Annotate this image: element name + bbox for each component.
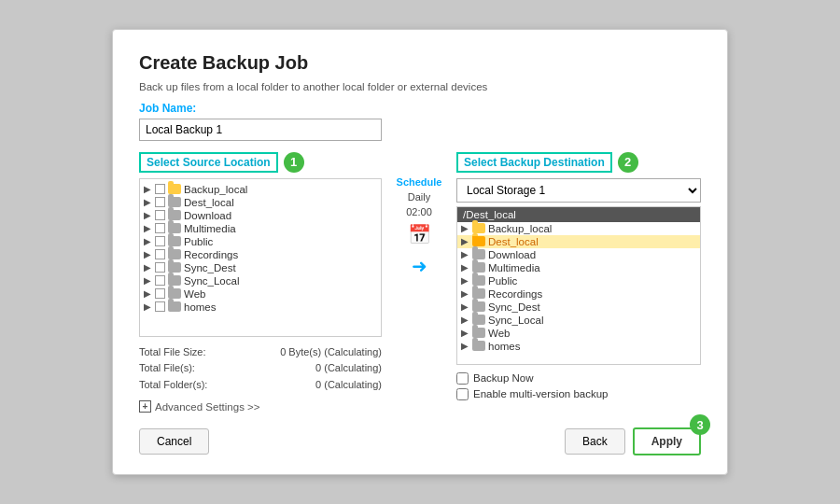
item-label: Web xyxy=(488,328,510,339)
list-item[interactable]: ▶ Public xyxy=(457,274,700,287)
item-label: homes xyxy=(184,301,217,313)
right-buttons: Back 3 Apply xyxy=(565,427,701,455)
dest-tree-header: /Dest_local xyxy=(457,207,700,222)
list-item[interactable]: ▶ Download xyxy=(457,248,700,261)
list-item[interactable]: ▶ Download xyxy=(144,209,377,222)
folder-icon xyxy=(472,249,485,259)
list-item[interactable]: ▶ homes xyxy=(144,301,377,314)
folder-icon xyxy=(168,223,181,233)
folder-icon xyxy=(472,236,485,246)
list-item[interactable]: ▶ Backup_local xyxy=(144,183,377,196)
list-item[interactable]: ▶ Recordings xyxy=(144,248,377,261)
list-item[interactable]: ▶ Sync_Local xyxy=(457,314,700,327)
item-checkbox[interactable] xyxy=(155,262,165,273)
list-item[interactable]: ▶ Recordings xyxy=(457,287,700,301)
apply-button-wrapper: 3 Apply xyxy=(633,427,701,455)
item-label: Sync_Local xyxy=(488,315,543,326)
item-label: Backup_local xyxy=(184,184,247,195)
item-label: Download xyxy=(184,210,231,221)
folders-row: Total Folder(s): 0 (Calculating) xyxy=(139,377,382,394)
item-checkbox[interactable] xyxy=(155,249,165,259)
source-file-tree[interactable]: ▶ Backup_local ▶ Dest_local ▶ Download xyxy=(139,178,382,337)
folder-icon xyxy=(168,288,181,299)
schedule-time: 02:00 xyxy=(406,206,432,217)
list-item[interactable]: ▶ Backup_local xyxy=(457,222,700,235)
multi-version-row: Enable multi-version backup xyxy=(456,388,701,400)
folder-icon xyxy=(168,210,181,220)
folder-icon xyxy=(168,236,181,246)
multi-version-checkbox[interactable] xyxy=(456,388,469,400)
expand-icon: ▶ xyxy=(144,210,153,220)
list-item[interactable]: ▶ Sync_Dest xyxy=(144,261,377,274)
list-item[interactable]: ▶ Dest_local xyxy=(144,196,377,209)
cancel-button[interactable]: Cancel xyxy=(139,428,209,455)
folders-value: 0 (Calculating) xyxy=(315,377,382,394)
item-checkbox[interactable] xyxy=(155,184,165,194)
expand-icon: ▶ xyxy=(461,288,470,299)
file-size-label: Total File Size: xyxy=(139,344,206,361)
dialog-description: Back up files from a local folder to ano… xyxy=(139,81,701,92)
folder-icon xyxy=(472,262,485,273)
list-item[interactable]: ▶ Dest_local xyxy=(457,235,700,248)
dest-location-dropdown[interactable]: Local Storage 1 Local Storage 2 xyxy=(456,178,701,203)
arrow-right-icon: ➜ xyxy=(412,255,427,277)
calendar-icon[interactable]: 📅 xyxy=(408,223,431,245)
folders-label: Total Folder(s): xyxy=(139,377,207,394)
advanced-settings-link[interactable]: + Advanced Settings >> xyxy=(139,400,382,413)
source-section-title: Select Source Location xyxy=(139,152,278,173)
expand-icon: ▶ xyxy=(461,315,470,325)
list-item[interactable]: ▶ Sync_Local xyxy=(144,274,377,287)
schedule-section: Schedule Daily 02:00 📅 ➜ xyxy=(382,152,456,277)
item-label: Sync_Dest xyxy=(488,301,540,313)
job-name-input[interactable] xyxy=(139,119,382,141)
item-checkbox[interactable] xyxy=(155,301,165,312)
expand-icon: ▶ xyxy=(144,249,153,259)
multi-version-label: Enable multi-version backup xyxy=(473,388,608,399)
expand-icon: ▶ xyxy=(461,262,470,273)
expand-icon: ▶ xyxy=(144,301,153,312)
expand-icon: ▶ xyxy=(461,236,470,246)
create-backup-dialog: Create Backup Job Back up files from a l… xyxy=(112,29,728,476)
dialog-title: Create Backup Job xyxy=(139,52,701,74)
folder-icon xyxy=(472,223,485,233)
folder-icon xyxy=(168,301,181,312)
folder-icon xyxy=(472,315,485,325)
list-item[interactable]: ▶ Public xyxy=(144,235,377,248)
expand-icon: ▶ xyxy=(144,184,153,194)
list-item[interactable]: ▶ Sync_Dest xyxy=(457,301,700,314)
source-section: Select Source Location 1 ▶ Backup_local … xyxy=(139,152,382,413)
expand-icon: ▶ xyxy=(461,223,470,233)
item-checkbox[interactable] xyxy=(155,197,165,207)
apply-badge: 3 xyxy=(690,414,710,435)
item-label: Download xyxy=(488,249,536,260)
folder-icon xyxy=(168,197,181,207)
expand-icon: ▶ xyxy=(461,301,470,312)
list-item[interactable]: ▶ Multimedia xyxy=(457,261,700,274)
item-label: Dest_local xyxy=(488,236,539,247)
apply-button[interactable]: Apply xyxy=(633,427,701,455)
dest-section-header: Select Backup Destination 2 xyxy=(456,152,701,173)
back-button[interactable]: Back xyxy=(565,428,625,455)
item-label: Web xyxy=(184,288,205,300)
item-checkbox[interactable] xyxy=(155,236,165,246)
expand-icon: ▶ xyxy=(144,288,153,299)
dest-file-tree[interactable]: /Dest_local ▶ Backup_local ▶ Dest_local … xyxy=(456,206,701,365)
dest-badge: 2 xyxy=(618,152,638,173)
stats-section: Total File Size: 0 Byte(s) (Calculating)… xyxy=(139,344,382,394)
footer-row: Cancel Back 3 Apply xyxy=(139,427,701,455)
schedule-label: Schedule xyxy=(397,176,442,188)
list-item[interactable]: ▶ Web xyxy=(144,287,377,301)
list-item[interactable]: ▶ homes xyxy=(457,340,700,353)
source-section-header: Select Source Location 1 xyxy=(139,152,382,173)
item-checkbox[interactable] xyxy=(155,288,165,299)
item-checkbox[interactable] xyxy=(155,210,165,220)
list-item[interactable]: ▶ Multimedia xyxy=(144,222,377,235)
backup-now-checkbox[interactable] xyxy=(456,372,469,385)
list-item[interactable]: ▶ Web xyxy=(457,327,700,340)
item-label: Sync_Local xyxy=(184,275,239,287)
expand-icon: ▶ xyxy=(144,223,153,233)
item-checkbox[interactable] xyxy=(155,275,165,286)
source-badge: 1 xyxy=(284,152,304,173)
folder-icon xyxy=(472,301,485,312)
item-checkbox[interactable] xyxy=(155,223,165,233)
